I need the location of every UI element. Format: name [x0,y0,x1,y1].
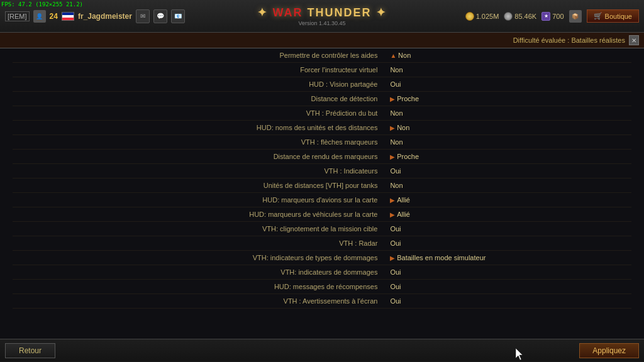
settings-row-15[interactable]: VTH: indicateurs de dommagesOui [13,265,631,280]
settings-panel: Permettre de contrôler les aidesNonForce… [0,48,644,339]
settings-row-5[interactable]: HUD: noms des unités et des distancesNon [13,121,631,135]
setting-value-17: Oui [384,294,631,309]
player-icon: 👤 [33,10,46,23]
settings-rows: Permettre de contrôler les aidesNonForce… [13,48,631,309]
topbar-left: [REM] 👤 24 fr_Jagdmeister ✉ 💬 📧 [0,9,185,23]
rem-badge: [REM] [5,11,30,21]
topbar-right: 1.025M 85.46K ★ 700 📦 🛒 Boutique [465,9,644,23]
setting-label-1: Forcer l'instructeur virtuel [13,63,384,77]
setting-value-2: Oui [384,77,631,92]
setting-value-6: Non [384,135,631,150]
settings-row-2[interactable]: HUD : Vision partagéeOui [13,77,631,92]
setting-value-14: Batailles en mode simulateur [384,251,631,265]
silver-currency: 85.46K [504,12,536,21]
setting-value-11: Allié [384,207,631,222]
setting-label-15: VTH: indicateurs de dommages [13,265,384,280]
close-notification-button[interactable]: ✕ [629,35,639,45]
bottom-bar: Retour Appliquez [0,339,644,361]
settings-row-9[interactable]: Unités de distances [VTH] pour tanksNon [13,178,631,193]
settings-row-4[interactable]: VTH : Prédiction du butNon [13,106,631,121]
version-text: Version 1.41.30.45 [298,20,345,26]
topbar: FPS: 47.2 (192×255 21.2) [REM] 👤 24 fr_J… [0,0,644,33]
gold-value: 1.025M [476,13,499,20]
setting-value-12: Oui [384,222,631,236]
mail-icon[interactable]: 📧 [171,9,185,23]
settings-row-13[interactable]: VTH : RadarOui [13,236,631,251]
gold-icon [465,12,474,21]
setting-value-10: Allié [384,193,631,207]
setting-label-7: Distance de rendu des marqueurs [13,150,384,164]
settings-row-14[interactable]: VTH: indicateurs de types de dommagesBat… [13,251,631,265]
setting-value-9: Non [384,178,631,193]
setting-value-16: Oui [384,280,631,294]
setting-label-6: VTH : flèches marqueurs [13,135,384,150]
setting-value-0: Non [384,48,631,63]
settings-row-3[interactable]: Distance de détectionProche [13,92,631,106]
gold-currency: 1.025M [465,12,499,21]
settings-row-1[interactable]: Forcer l'instructeur virtuelNon [13,63,631,77]
chest-icon: 📦 [569,10,582,23]
chat-icon[interactable]: 💬 [153,9,167,23]
settings-row-10[interactable]: HUD: marqueurs d'avions sur la carteAlli… [13,193,631,207]
settings-table: Permettre de contrôler les aidesNonForce… [13,48,631,309]
silver-icon [504,12,513,21]
setting-value-1: Non [384,63,631,77]
player-name: fr_Jagdmeister [78,12,132,21]
settings-row-6[interactable]: VTH : flèches marqueursNon [13,135,631,150]
level-badge: 24 [50,12,58,21]
settings-row-0[interactable]: Permettre de contrôler les aidesNon [13,48,631,63]
setting-value-5: Non [384,121,631,135]
setting-label-16: HUD: messages de récompenses [13,280,384,294]
settings-row-12[interactable]: VTH: clignotement de la mission cibleOui [13,222,631,236]
eagle-icon: ★ [541,12,550,21]
settings-row-8[interactable]: VTH : IndicateursOui [13,164,631,178]
logo-area: ✦ WAR THUNDER ✦ Version 1.41.30.45 [257,6,386,26]
shop-button[interactable]: 🛒 Boutique [587,9,639,23]
notification-bar: Difficulté évaluée : Batailles réalistes… [0,33,644,48]
settings-row-16[interactable]: HUD: messages de récompensesOui [13,280,631,294]
flag-icon [62,12,74,21]
settings-row-17[interactable]: VTH : Avertissements à l'écranOui [13,294,631,309]
back-button[interactable]: Retour [5,343,55,358]
setting-label-5: HUD: noms des unités et des distances [13,121,384,135]
setting-label-0: Permettre de contrôler les aides [13,48,384,63]
eagle-value: 700 [552,13,564,20]
setting-value-8: Oui [384,164,631,178]
setting-label-8: VTH : Indicateurs [13,164,384,178]
setting-label-3: Distance de détection [13,92,384,106]
setting-value-13: Oui [384,236,631,251]
setting-value-15: Oui [384,265,631,280]
friend-icon[interactable]: ✉ [136,9,150,23]
eagle-currency: ★ 700 [541,12,564,21]
setting-label-14: VTH: indicateurs de types de dommages [13,251,384,265]
silver-value: 85.46K [514,13,536,20]
setting-label-10: HUD: marqueurs d'avions sur la carte [13,193,384,207]
setting-label-17: VTH : Avertissements à l'écran [13,294,384,309]
notification-text: Difficulté évaluée : Batailles réalistes [513,36,625,44]
setting-value-7: Proche [384,150,631,164]
game-logo: ✦ WAR THUNDER ✦ [257,6,386,19]
fps-counter: FPS: 47.2 (192×255 21.2) [1,1,83,8]
setting-value-3: Proche [384,92,631,106]
settings-row-11[interactable]: HUD: marqueurs de véhicules sur la carte… [13,207,631,222]
setting-label-2: HUD : Vision partagée [13,77,384,92]
apply-button[interactable]: Appliquez [579,343,639,358]
setting-value-4: Non [384,106,631,121]
setting-label-4: VTH : Prédiction du but [13,106,384,121]
setting-label-9: Unités de distances [VTH] pour tanks [13,178,384,193]
settings-row-7[interactable]: Distance de rendu des marqueursProche [13,150,631,164]
setting-label-12: VTH: clignotement de la mission cible [13,222,384,236]
setting-label-11: HUD: marqueurs de véhicules sur la carte [13,207,384,222]
setting-label-13: VTH : Radar [13,236,384,251]
